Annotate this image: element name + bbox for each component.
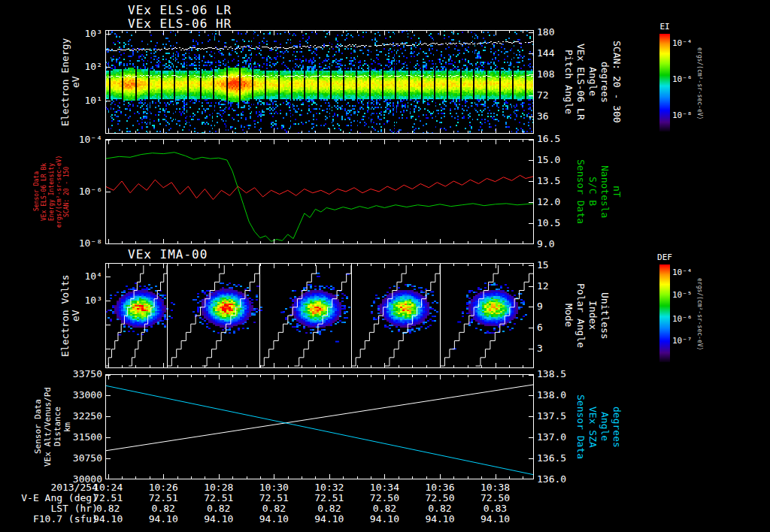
table-value: 72.50 (477, 492, 514, 503)
time-tick-label: 10:26 (145, 482, 181, 493)
colorbar-tick-label: 10⁻⁴ (672, 38, 693, 48)
time-tick-label: 10:38 (477, 482, 514, 493)
table-value: 94.10 (144, 513, 182, 524)
y-tick-label-right-alt: 136.0 (537, 473, 571, 485)
table-value: 72.51 (144, 492, 182, 503)
table-value: 94.10 (255, 513, 293, 524)
colorbar-units-1: ergs/(cm²-sr-sec-eV) (696, 29, 703, 138)
y-tick-label-right-alt: 137.0 (537, 431, 571, 443)
bk-bfield-line-canvas (105, 139, 534, 244)
els-left-axis-label: Electron EnergyeV (60, 30, 81, 134)
y-tick-label-right-alt: 136.5 (537, 452, 571, 464)
colorbar-tick-label: 10⁻⁶ (672, 314, 693, 324)
time-tick-label: 10:28 (201, 482, 237, 493)
y-tick-label-right-bk: 16.5 (537, 133, 571, 144)
bk-left-axis-label: Sensor DataVEx ELS-06 LR BkEnergy Intens… (33, 139, 71, 244)
table-value: 94.10 (89, 513, 127, 524)
time-tick-label: 10:36 (422, 482, 458, 493)
table-value: 0.83 (477, 503, 514, 514)
table-value: 0.82 (200, 503, 238, 514)
ima-spectrogram-canvas (105, 263, 534, 368)
time-tick-label: 10:32 (311, 482, 347, 493)
time-tick-label: 10:30 (256, 482, 292, 493)
table-row-label: F10.7 (sfu) (0, 513, 98, 524)
table-value: 0.82 (89, 503, 127, 514)
time-tick-label: 10:34 (366, 482, 402, 493)
table-value: 0.82 (255, 503, 293, 514)
colorbar-units-2: ergs/(cm²-sr-sec-eV) (696, 260, 703, 368)
table-value: 0.82 (421, 503, 459, 514)
table-value: 94.10 (421, 513, 459, 524)
y-tick-label-right-bk: 9.0 (537, 238, 571, 249)
ima-left-axis-label: Electron VoltseV (60, 263, 81, 368)
ima-right-axis-label: ModePolar AngleIndexUnitless (562, 263, 611, 368)
els-right-axis-label: Pitch AngleVEx ELS-06 LRAngledegreesSCAN… (562, 30, 623, 134)
y-tick-label-right-alt: 138.5 (537, 368, 571, 379)
colorbar-tick-label: 10⁻⁶ (672, 74, 693, 84)
y-tick-label-right-alt: 137.5 (537, 410, 571, 422)
table-value: 94.10 (365, 513, 403, 524)
colorbar-title-1: EI (655, 22, 675, 32)
table-value: 72.51 (89, 492, 127, 503)
y-tick-label-right-bk: 12.0 (537, 196, 571, 207)
colorbar-tick-label: 10⁻⁸ (672, 110, 693, 120)
table-value: 94.10 (311, 513, 348, 524)
els-title-hr: VEx ELS-06 HR (128, 17, 232, 31)
alt-right-axis-label: Sensor DataVEx SZAAngledegrees (574, 374, 623, 479)
colorbar-tick-label: 10⁻⁷ (672, 336, 693, 346)
table-value: 72.51 (200, 492, 238, 503)
table-value: 72.51 (311, 492, 348, 503)
els-colorbar (659, 34, 670, 131)
y-tick-label-right-alt: 138.0 (537, 389, 571, 401)
vex-cdaweb-orbit-plot: VEx ELS-06 LR VEx ELS-06 HR VEx IMA-00 E… (0, 0, 770, 532)
alt-left-axis-label: Sensor DataVEx Alt/Venus/PdDistancekm (33, 374, 72, 479)
y-tick-label-right-bk: 13.5 (537, 175, 571, 186)
table-value: 94.10 (200, 513, 238, 524)
colorbar-title-2: DEF (655, 252, 675, 262)
ima-colorbar (659, 264, 670, 362)
els-spectrogram-canvas (105, 30, 534, 134)
els-title-lr: VEx ELS-06 LR (128, 3, 232, 17)
table-row-label: V-E Ang (deg) (0, 492, 98, 503)
table-value: 72.51 (255, 492, 293, 503)
bk-right-axis-label: Sensor DataS/C BNanoteslanT (574, 139, 623, 244)
table-value: 0.82 (365, 503, 403, 514)
table-row-label: LST (hr) (0, 503, 98, 514)
alt-sza-line-canvas (105, 374, 534, 479)
y-tick-label-right-bk: 10.5 (537, 217, 571, 228)
ima-title: VEx IMA-00 (128, 247, 208, 261)
table-value: 0.82 (144, 503, 182, 514)
table-value: 72.50 (421, 492, 459, 503)
colorbar-tick-label: 10⁻⁵ (672, 290, 693, 300)
table-value: 0.82 (311, 503, 348, 514)
date-label: 2013/254 (0, 482, 98, 493)
table-value: 72.50 (365, 492, 403, 503)
colorbar-tick-label: 10⁻⁴ (672, 268, 693, 277)
table-value: 94.10 (477, 513, 514, 524)
y-tick-label-right-bk: 15.0 (537, 154, 571, 165)
